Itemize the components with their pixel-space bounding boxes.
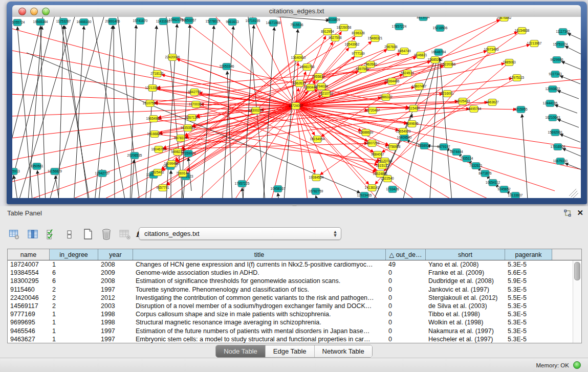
- graph-node[interactable]: 12444195: [543, 100, 558, 107]
- graph-node[interactable]: 9327508: [329, 35, 342, 41]
- select-all-icon[interactable]: [45, 228, 57, 240]
- graph-node[interactable]: 14136141: [365, 185, 380, 191]
- graph-node[interactable]: 9245652: [497, 186, 511, 193]
- graph-node[interactable]: 12975115: [510, 75, 525, 81]
- graph-node[interactable]: 15466321: [368, 35, 383, 42]
- graph-node[interactable]: 19384554: [309, 174, 324, 181]
- table-row[interactable]: 977716911998Corpus callosum shape and si…: [8, 310, 581, 318]
- graph-node[interactable]: 2935114: [461, 156, 473, 162]
- create-column-icon[interactable]: [82, 228, 94, 240]
- column-header-out_degree[interactable]: △ out_de…: [386, 249, 426, 260]
- network-canvas[interactable]: 1605572419565344112532871646616020891406…: [12, 17, 581, 198]
- graph-node[interactable]: 9146821: [414, 52, 427, 59]
- table-row[interactable]: 1456911722003Disruption of a novel membe…: [8, 302, 581, 310]
- graph-node[interactable]: 13640910: [291, 55, 306, 61]
- graph-node[interactable]: 7485063: [503, 59, 516, 66]
- graph-node[interactable]: 5878334: [174, 135, 187, 142]
- float-window-icon[interactable]: [563, 209, 572, 217]
- graph-node[interactable]: 20891406: [105, 18, 120, 25]
- graph-node[interactable]: 8350561: [30, 163, 43, 170]
- graph-node[interactable]: 20053346: [220, 63, 234, 70]
- table-mode-icon[interactable]: [8, 228, 20, 240]
- graph-node[interactable]: 8196328: [352, 30, 365, 37]
- graph-node[interactable]: 11156829: [48, 168, 62, 175]
- graph-node[interactable]: 12093822: [546, 86, 560, 93]
- graph-node[interactable]: 8215955: [514, 106, 528, 113]
- column-header-title[interactable]: title: [133, 249, 386, 260]
- graph-node[interactable]: 15685203: [428, 57, 443, 63]
- graph-node[interactable]: 12213967: [527, 40, 542, 47]
- graph-node[interactable]: 17957225: [235, 181, 250, 187]
- graph-node[interactable]: 2967608: [384, 44, 398, 51]
- graph-node[interactable]: 9474444: [450, 149, 463, 156]
- graph-node[interactable]: 20364486: [385, 78, 400, 85]
- graph-node[interactable]: 3315913: [12, 168, 20, 175]
- scrollbar-thumb[interactable]: [574, 262, 580, 280]
- graph-node[interactable]: 1733426: [386, 186, 399, 193]
- graph-node[interactable]: 16055724: [12, 19, 25, 26]
- delete-columns-icon[interactable]: [100, 228, 113, 240]
- graph-node[interactable]: 16961758: [300, 64, 315, 71]
- graph-node[interactable]: 9699695: [405, 121, 419, 127]
- graph-node[interactable]: 15692991: [548, 129, 563, 136]
- graph-node[interactable]: 16543962: [345, 41, 360, 48]
- graph-node[interactable]: 7515536: [290, 22, 303, 29]
- graph-node[interactable]: 16648784: [431, 49, 446, 56]
- graph-node[interactable]: 6879197: [437, 144, 450, 150]
- graph-node[interactable]: 8912954: [321, 29, 334, 35]
- column-header-name[interactable]: name: [8, 249, 50, 260]
- graph-node[interactable]: 19166829: [147, 131, 162, 138]
- table-row[interactable]: 911546021997Tourette syndrome. Phenomeno…: [8, 286, 581, 294]
- graph-node[interactable]: 10958167: [271, 186, 286, 192]
- graph-node[interactable]: 9227343: [549, 71, 562, 78]
- table-row[interactable]: 1830029562008Estimation of significance …: [8, 277, 581, 285]
- table-row[interactable]: 1938455462009Genome-wide association stu…: [8, 269, 581, 277]
- graph-node[interactable]: 12213363: [145, 85, 160, 92]
- graph-node[interactable]: 15218506: [433, 25, 448, 32]
- column-header-year[interactable]: year: [98, 249, 133, 260]
- vertical-scrollbar[interactable]: [573, 260, 581, 343]
- graph-node[interactable]: 8471876: [478, 170, 492, 177]
- tab-node-table[interactable]: Node Table: [216, 345, 266, 357]
- graph-node[interactable]: 15220366: [441, 61, 456, 68]
- graph-node[interactable]: 10025433: [455, 98, 470, 105]
- graph-node[interactable]: 16466160: [77, 19, 92, 26]
- delete-table-icon[interactable]: [119, 228, 131, 240]
- table-row[interactable]: 969969511998Structural magnetic resonanc…: [8, 318, 581, 326]
- table-row[interactable]: 2242004622012Investigating the contribut…: [8, 294, 581, 302]
- column-header-short[interactable]: short: [426, 249, 505, 260]
- network-window-titlebar[interactable]: citations_edges.txt: [12, 5, 581, 17]
- graph-node[interactable]: 15720407: [365, 107, 380, 114]
- graph-node[interactable]: 2718126: [150, 71, 164, 77]
- graph-node[interactable]: 16210643: [546, 115, 560, 121]
- graph-node[interactable]: 9684067: [371, 151, 384, 158]
- graph-node[interactable]: 19654962: [146, 116, 161, 122]
- column-header-pagerank[interactable]: pagerank: [505, 249, 552, 260]
- graph-node[interactable]: 10653267: [182, 17, 197, 24]
- graph-node[interactable]: 16353553: [181, 125, 195, 132]
- graph-node[interactable]: 18226058: [337, 25, 352, 31]
- graph-node[interactable]: 9858923: [418, 143, 431, 149]
- graph-node[interactable]: 2522540: [381, 176, 394, 182]
- tab-network-table[interactable]: Network Table: [315, 345, 372, 357]
- show-columns-icon[interactable]: [27, 228, 39, 240]
- graph-node[interactable]: 16782759: [309, 188, 323, 195]
- graph-node[interactable]: 9661613: [226, 19, 239, 26]
- table-row[interactable]: 946362711997Embryonic stem cells: a mode…: [8, 335, 581, 343]
- graph-node[interactable]: 15654923: [396, 128, 411, 135]
- graph-node[interactable]: 20206535: [127, 152, 142, 159]
- graph-node[interactable]: 9463627: [486, 99, 499, 106]
- close-icon[interactable]: ✕: [577, 208, 583, 217]
- graph-node[interactable]: 18495764: [467, 106, 482, 113]
- graph-node[interactable]: 11117342: [556, 29, 570, 35]
- citation-network-graph[interactable]: 1605572419565344112532871646616020891406…: [12, 17, 581, 198]
- graph-node[interactable]: 19133607: [508, 192, 523, 199]
- table-row[interactable]: 1872400712008Changes of HCN gene express…: [8, 260, 581, 269]
- graph-node[interactable]: 16046766: [151, 146, 166, 153]
- table-row[interactable]: 946554611997Estimation of the future num…: [8, 327, 581, 335]
- graph-node[interactable]: 9029986: [550, 57, 563, 63]
- graph-node[interactable]: 17857224: [392, 24, 407, 30]
- graph-node[interactable]: 10807487: [412, 83, 427, 90]
- graph-node[interactable]: 11253287: [56, 18, 71, 25]
- graph-node[interactable]: 10688639: [359, 129, 374, 136]
